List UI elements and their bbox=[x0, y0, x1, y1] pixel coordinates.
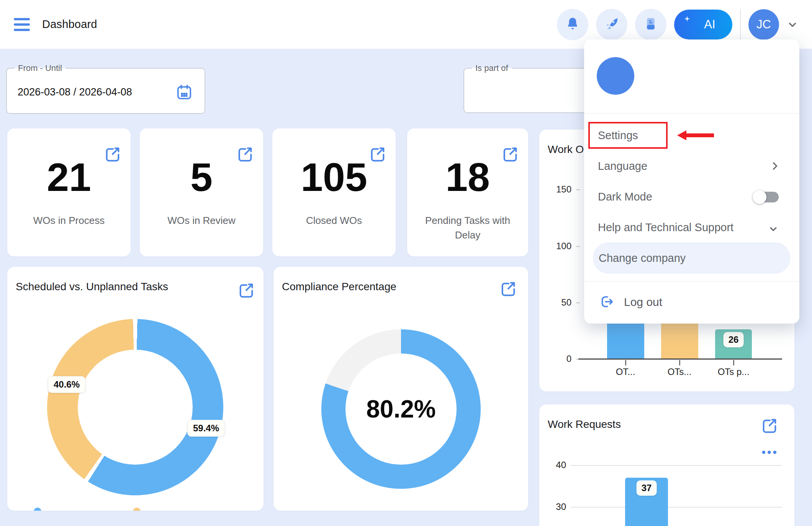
notes-button[interactable] bbox=[635, 9, 666, 40]
open-external-icon[interactable] bbox=[237, 281, 255, 301]
slice-label-unplanned: 40.6% bbox=[48, 376, 85, 393]
chart-title: Work Requests bbox=[548, 418, 621, 431]
y-tick-label: 100 bbox=[551, 241, 571, 251]
kpi-value: 105 bbox=[272, 155, 396, 200]
kpi-card-pending-tasks: 18 Pending Tasks with Delay bbox=[407, 128, 528, 256]
y-tick-mark bbox=[576, 246, 580, 247]
hamburger-menu-icon[interactable] bbox=[14, 18, 30, 31]
kpi-label: Closed WOs bbox=[282, 214, 386, 228]
y-tick-label: 30 bbox=[545, 501, 566, 512]
kpi-label: WOs in Process bbox=[16, 214, 121, 228]
user-avatar[interactable]: JC bbox=[748, 9, 779, 40]
bar-value-label: 26 bbox=[724, 332, 744, 347]
is-part-of-label: Is part of bbox=[472, 63, 512, 73]
menu-divider bbox=[584, 113, 799, 113]
x-category-label: OT... bbox=[599, 367, 652, 377]
scheduled-unplanned-donut[interactable] bbox=[47, 319, 223, 495]
kpi-value: 21 bbox=[7, 155, 131, 200]
work-requests-bar[interactable]: 37 bbox=[625, 478, 668, 526]
kpi-label: WOs in Review bbox=[149, 214, 254, 228]
slice-label-scheduled: 59.4% bbox=[187, 420, 225, 437]
page-title: Dashboard bbox=[42, 18, 97, 31]
y-tick-label: 150 bbox=[551, 184, 571, 195]
menu-item-change-company[interactable]: Change company bbox=[593, 242, 791, 274]
y-tick-mark bbox=[576, 302, 580, 303]
user-dropdown-menu: Settings Language Dark Mode Help and Tec… bbox=[584, 39, 799, 324]
date-range-field[interactable]: From - Until 2026-03-08 / 2026-04-08 bbox=[6, 63, 205, 114]
legend-dot-yellow bbox=[133, 508, 141, 511]
kpi-card-wos-in-process: 21 WOs in Process bbox=[7, 128, 131, 256]
change-company-label: Change company bbox=[599, 252, 686, 265]
ai-button-label: AI bbox=[704, 18, 715, 31]
open-external-icon[interactable] bbox=[499, 280, 517, 299]
y-tick-mark bbox=[576, 189, 580, 190]
y-tick-label: 40 bbox=[545, 460, 566, 470]
x-tick-mark bbox=[679, 360, 680, 365]
top-bar-actions: AI JC bbox=[557, 9, 798, 40]
sparkle-icon bbox=[684, 16, 690, 23]
menu-item-dark-mode: Dark Mode bbox=[598, 191, 652, 203]
kpi-card-closed-wos: 105 Closed WOs bbox=[272, 128, 396, 256]
avatar-chevron-down-icon[interactable] bbox=[787, 19, 798, 30]
chart-options-icon[interactable]: ••• bbox=[761, 446, 778, 459]
work-requests-chart-card: Work Requests ••• 40 30 37 bbox=[539, 404, 794, 526]
menu-item-settings[interactable]: Settings bbox=[598, 129, 638, 142]
compliance-center-value: 80.2% bbox=[321, 329, 481, 489]
rocket-icon bbox=[604, 16, 620, 33]
gridline-30 bbox=[571, 507, 782, 508]
kpi-value: 18 bbox=[407, 155, 528, 200]
menu-divider bbox=[584, 281, 799, 281]
chart-title: Compliance Percentage bbox=[282, 281, 396, 293]
kpi-label: Pending Tasks with Delay bbox=[416, 214, 519, 242]
logout-icon[interactable] bbox=[599, 294, 615, 311]
menu-item-language[interactable]: Language bbox=[598, 160, 647, 173]
ai-assistant-button[interactable]: AI bbox=[674, 10, 732, 39]
kpi-card-wos-in-review: 5 WOs in Review bbox=[140, 128, 263, 256]
calendar-icon[interactable] bbox=[175, 83, 193, 102]
open-external-icon[interactable] bbox=[761, 417, 778, 436]
header-divider bbox=[740, 9, 741, 40]
x-tick-mark bbox=[733, 360, 734, 365]
legend-dot-blue bbox=[34, 508, 41, 511]
chart-title: Work Or bbox=[548, 143, 588, 156]
document-icon bbox=[643, 16, 658, 33]
compliance-percentage-card: Compliance Percentage 80.2% bbox=[273, 267, 528, 511]
date-range-value[interactable]: 2026-03-08 / 2026-04-08 bbox=[18, 86, 132, 98]
y-tick-label: 50 bbox=[551, 297, 571, 308]
dark-mode-toggle[interactable] bbox=[753, 190, 781, 204]
menu-item-logout[interactable]: Log out bbox=[624, 296, 662, 309]
gridline-40 bbox=[571, 465, 782, 466]
launch-button[interactable] bbox=[596, 9, 627, 40]
chevron-down-icon[interactable] bbox=[768, 224, 779, 234]
chart-title: Scheduled vs. Unplanned Tasks bbox=[16, 281, 168, 293]
menu-avatar[interactable] bbox=[597, 57, 634, 95]
x-tick-mark bbox=[625, 360, 626, 365]
x-category-label: OTs... bbox=[653, 367, 706, 377]
bar-ots-p[interactable]: 26 bbox=[715, 329, 752, 358]
menu-item-help[interactable]: Help and Technical Support bbox=[598, 221, 733, 234]
notifications-button[interactable] bbox=[557, 9, 588, 40]
kpi-value: 5 bbox=[140, 155, 263, 200]
x-category-label: OTs p... bbox=[707, 367, 760, 377]
x-axis-line bbox=[578, 358, 782, 360]
date-range-label: From - Until bbox=[15, 63, 65, 73]
dashboard-page: Dashboard AI bbox=[0, 0, 812, 526]
scheduled-vs-unplanned-card: Scheduled vs. Unplanned Tasks 40.6% 59.4… bbox=[7, 267, 264, 511]
bell-icon bbox=[565, 16, 580, 33]
bar-value-label: 37 bbox=[637, 480, 657, 496]
y-tick-label: 0 bbox=[551, 353, 571, 364]
chevron-right-icon[interactable] bbox=[769, 161, 780, 171]
